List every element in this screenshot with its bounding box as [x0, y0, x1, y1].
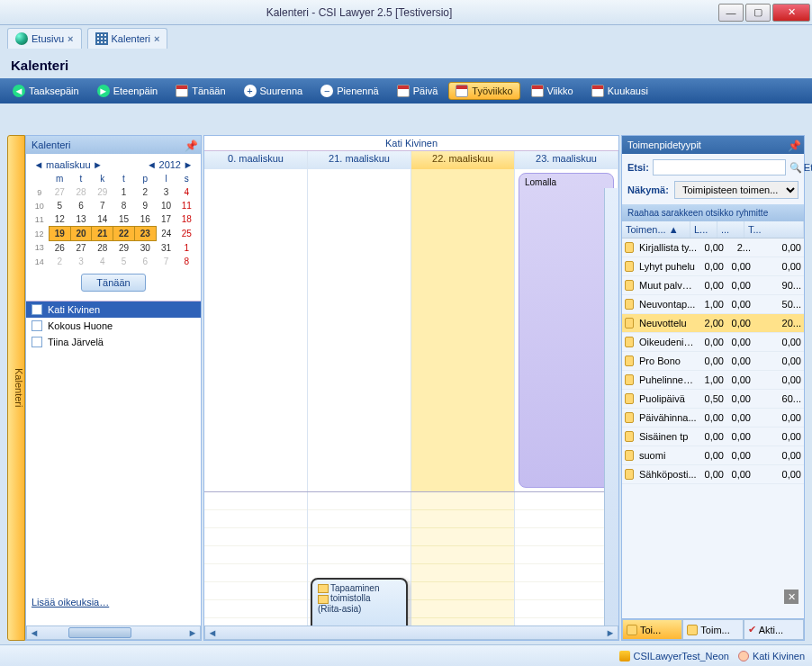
add-rights-link[interactable]: Lisää oikeuksia… [26, 593, 114, 611]
zoomin-button[interactable]: +Suurenna [237, 82, 311, 100]
day-cell[interactable]: 6 [70, 199, 92, 212]
scroll-right-icon[interactable]: ► [185, 627, 200, 638]
day-cell[interactable]: 11 [176, 199, 196, 212]
allday-cell[interactable] [204, 169, 308, 491]
day-cell[interactable]: 3 [70, 255, 92, 268]
day-cell[interactable]: 26 [49, 241, 70, 256]
table-row[interactable]: Pro Bono0,000,000,00 [622, 352, 804, 371]
day-cell[interactable]: 28 [92, 241, 113, 256]
allday-cell[interactable] [308, 169, 411, 491]
table-row[interactable]: Päivähinna...0,000,000,00 [622, 409, 804, 428]
day-cell[interactable]: 30 [134, 241, 156, 256]
checkbox[interactable] [32, 320, 42, 331]
day-cell[interactable]: 1 [113, 185, 135, 199]
search-input[interactable] [653, 159, 786, 176]
calendar-list-item[interactable]: Kokous Huone [26, 318, 201, 334]
day-cell[interactable]: 27 [70, 241, 92, 256]
day-cell[interactable]: 29 [92, 185, 113, 199]
scroll-left-icon[interactable]: ◄ [27, 627, 41, 638]
day-cell[interactable]: 5 [49, 199, 70, 212]
calendar-list-item[interactable]: ✓Kati Kivinen [26, 302, 201, 318]
day-cell[interactable]: 16 [134, 212, 156, 227]
forward-button[interactable]: ►Eteenpäin [90, 82, 166, 100]
day-cell[interactable]: 20 [70, 227, 92, 241]
view-select[interactable]: Toimipisteen toimen... [674, 181, 798, 199]
pin-icon[interactable]: 📌 [788, 140, 798, 150]
day-button[interactable]: Päivä [390, 82, 446, 100]
day-cell[interactable]: 13 [70, 212, 92, 227]
week-hscrollbar[interactable]: ◄ ► [204, 626, 618, 640]
back-button[interactable]: ◄Taaksepäin [5, 82, 86, 100]
tab-close-icon[interactable]: × [154, 33, 159, 44]
checkbox[interactable] [32, 337, 42, 347]
table-row[interactable]: Sähköposti...0,000,000,00 [622, 465, 804, 484]
day-cell[interactable]: 31 [156, 241, 176, 256]
scroll-right-icon[interactable]: ► [603, 627, 618, 638]
day-cell[interactable]: 25 [176, 227, 196, 241]
day-cell[interactable]: 4 [176, 185, 196, 199]
day-cell[interactable]: 6 [134, 255, 156, 268]
table-row[interactable]: Puolipäivä0,500,0060... [622, 390, 804, 409]
day-cell[interactable]: 27 [49, 185, 70, 199]
day-column[interactable]: Asiakirjojenlaadintaa(Riita-asia) [411, 492, 515, 626]
day-cell[interactable]: 18 [176, 212, 196, 227]
rp-tab-2[interactable]: ✔Akti... [744, 619, 804, 640]
day-cell[interactable]: 4 [92, 255, 113, 268]
table-row[interactable]: Kirjallista ty...0,002...0,00 [622, 238, 804, 257]
day-column-header[interactable]: 21. maaliskuu [308, 151, 411, 169]
day-cell[interactable]: 8 [176, 255, 196, 268]
day-cell[interactable]: 8 [113, 199, 135, 212]
zoomout-button[interactable]: −Pienennä [313, 82, 386, 100]
table-row[interactable]: Neuvontap...1,000,0050... [622, 295, 804, 314]
vertical-tab-calendar[interactable]: Kalenteri [7, 135, 25, 641]
status-user[interactable]: Kati Kivinen [738, 651, 805, 662]
scroll-left-icon[interactable]: ◄ [205, 627, 220, 638]
day-cell[interactable]: 2 [49, 255, 70, 268]
day-column[interactable] [204, 492, 308, 626]
maximize-button[interactable]: ▢ [745, 4, 771, 22]
left-hscrollbar[interactable]: ◄ ► [26, 626, 201, 640]
next-year-icon[interactable]: ► [183, 159, 194, 170]
day-cell[interactable]: 22 [113, 227, 135, 241]
day-column[interactable] [515, 492, 618, 626]
day-cell[interactable]: 14 [92, 212, 113, 227]
day-cell[interactable]: 12 [49, 212, 70, 227]
day-column-header[interactable]: 0. maaliskuu [204, 151, 308, 169]
minimize-button[interactable]: — [718, 4, 744, 22]
prev-month-icon[interactable]: ◄ [33, 159, 44, 170]
week-body[interactable]: Tapaaminentoimistolla(Riita-asia)Asiakir… [204, 492, 618, 626]
table-row[interactable]: Muut palvelut0,000,0090... [622, 276, 804, 295]
table-row[interactable]: Oikeudenist...0,000,000,00 [622, 333, 804, 352]
day-cell[interactable]: 2 [134, 185, 156, 199]
calendar-event[interactable]: Tapaaminentoimistolla(Riita-asia) [311, 578, 408, 626]
checkbox[interactable]: ✓ [32, 304, 42, 315]
table-row[interactable]: suomi0,000,000,00 [622, 446, 804, 465]
day-column-header[interactable]: 22. maaliskuu [411, 151, 515, 169]
panel-close-icon[interactable]: ✕ [784, 590, 798, 604]
table-row[interactable]: Neuvottelu2,000,0020... [622, 314, 804, 333]
week-button[interactable]: Viikko [524, 82, 581, 100]
scroll-thumb[interactable] [68, 627, 131, 638]
tab-calendar[interactable]: Kalenteri × [87, 28, 168, 49]
week-vscrollbar[interactable] [604, 188, 618, 626]
allday-cell[interactable]: Lomalla [515, 169, 618, 491]
month-button[interactable]: Kuukausi [584, 82, 655, 100]
allday-cell[interactable] [411, 169, 515, 491]
day-column-header[interactable]: 23. maaliskuu [515, 151, 618, 169]
day-cell[interactable]: 19 [49, 227, 70, 241]
day-cell[interactable]: 15 [113, 212, 135, 227]
next-month-icon[interactable]: ► [93, 159, 104, 170]
day-cell[interactable]: 7 [92, 199, 113, 212]
col-b[interactable]: ... [717, 221, 744, 238]
day-cell[interactable]: 9 [134, 199, 156, 212]
table-row[interactable]: Sisäinen tp0,000,000,00 [622, 428, 804, 446]
day-cell[interactable]: 29 [113, 241, 135, 256]
today-button[interactable]: Tänään [168, 82, 232, 100]
col-name[interactable]: Toimen... ▲ [622, 221, 690, 238]
table-row[interactable]: Puhelinneu...1,000,000,00 [622, 371, 804, 390]
pin-icon[interactable]: 📌 [185, 140, 195, 150]
day-cell[interactable]: 23 [134, 227, 156, 241]
prev-year-icon[interactable]: ◄ [147, 159, 158, 170]
day-cell[interactable]: 24 [156, 227, 176, 241]
day-cell[interactable]: 21 [92, 227, 113, 241]
